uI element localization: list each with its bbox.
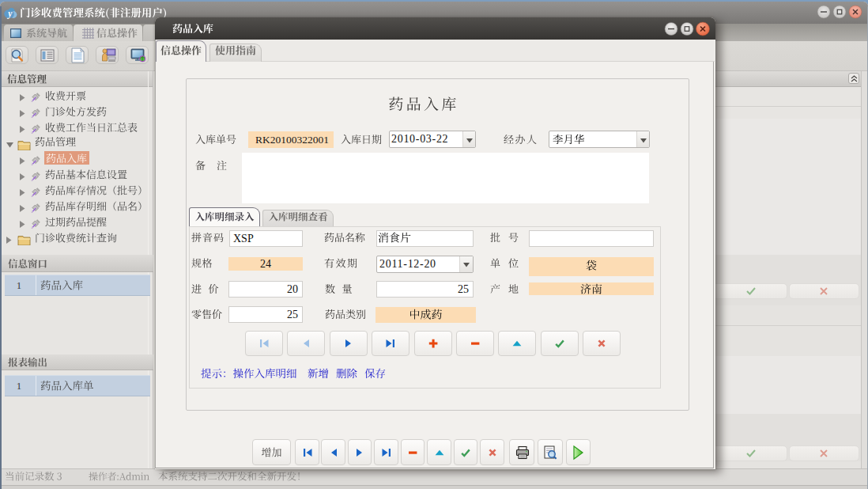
svg-text:y: y bbox=[6, 9, 13, 19]
